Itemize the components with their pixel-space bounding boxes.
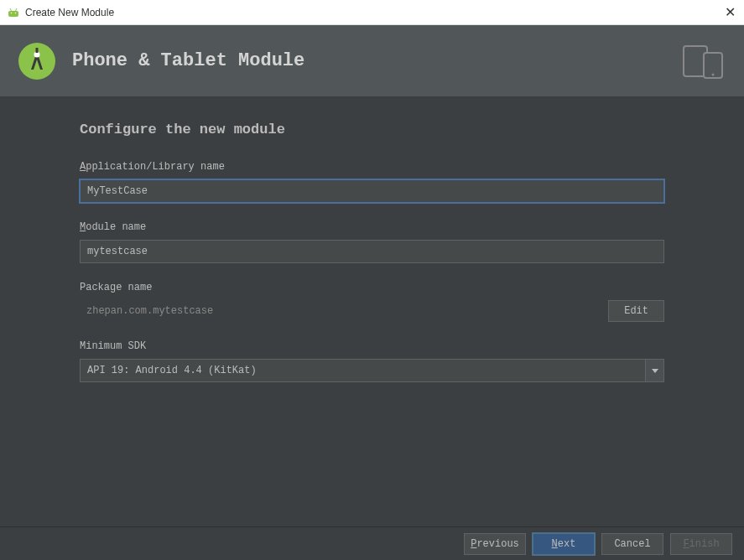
svg-line-4 xyxy=(16,8,18,11)
min-sdk-value: API 19: Android 4.4 (KitKat) xyxy=(80,359,646,382)
finish-button: Finish xyxy=(670,533,732,555)
section-heading: Configure the new module xyxy=(80,122,664,137)
field-app-name: Application/Library name xyxy=(80,161,664,203)
module-name-input[interactable] xyxy=(80,240,664,263)
edit-package-button[interactable]: Edit xyxy=(608,300,664,322)
wizard-footer: Previous Next Cancel Finish xyxy=(0,526,744,560)
previous-button[interactable]: Previous xyxy=(464,533,526,555)
app-name-label: Application/Library name xyxy=(80,161,664,173)
svg-point-2 xyxy=(15,12,17,13)
field-package-name: Package name zhepan.com.mytestcase Edit xyxy=(80,282,664,322)
field-min-sdk: Minimum SDK API 19: Android 4.4 (KitKat) xyxy=(80,340,664,382)
svg-rect-7 xyxy=(36,48,39,53)
titlebar-left: Create New Module xyxy=(7,6,114,19)
min-sdk-select[interactable]: API 19: Android 4.4 (KitKat) xyxy=(80,359,664,382)
app-name-input[interactable] xyxy=(80,179,664,203)
wizard-header: Phone & Tablet Module xyxy=(0,25,744,96)
package-name-label: Package name xyxy=(80,282,664,293)
chevron-down-icon[interactable] xyxy=(646,359,664,382)
svg-point-1 xyxy=(11,12,13,13)
cancel-button[interactable]: Cancel xyxy=(601,533,663,555)
min-sdk-label: Minimum SDK xyxy=(80,340,664,352)
field-module-name: Module name xyxy=(80,221,664,263)
module-name-label: Module name xyxy=(80,221,664,233)
svg-point-10 xyxy=(712,73,715,75)
android-studio-icon xyxy=(7,6,20,19)
window-title: Create New Module xyxy=(25,7,114,18)
package-name-value: zhepan.com.mytestcase xyxy=(80,300,601,322)
window-titlebar: Create New Module ✕ xyxy=(0,0,744,25)
close-icon[interactable]: ✕ xyxy=(725,4,736,20)
page-title: Phone & Tablet Module xyxy=(72,50,304,71)
phone-tablet-icon xyxy=(680,41,727,81)
svg-line-3 xyxy=(10,8,12,11)
svg-rect-0 xyxy=(8,11,18,17)
next-button[interactable]: Next xyxy=(533,533,595,555)
package-row: zhepan.com.mytestcase Edit xyxy=(80,300,664,322)
android-studio-logo-icon xyxy=(17,41,57,81)
header-left: Phone & Tablet Module xyxy=(17,41,304,81)
wizard-content: Configure the new module Application/Lib… xyxy=(0,96,744,526)
